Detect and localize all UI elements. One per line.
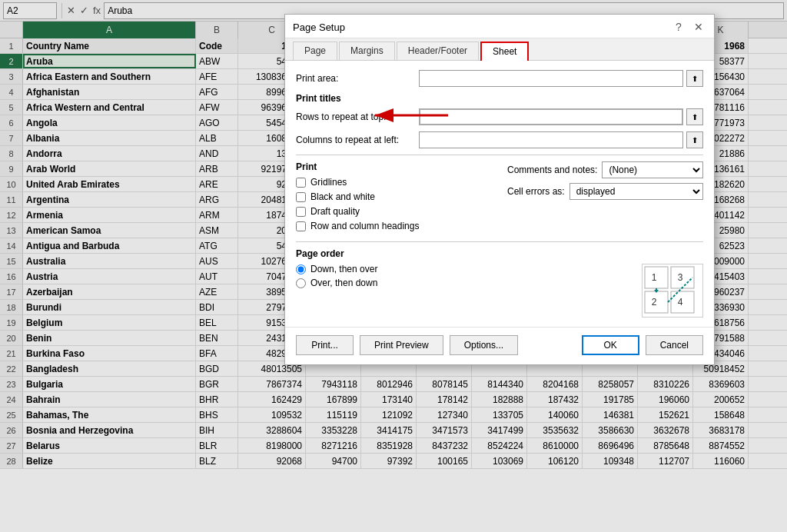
dialog-title: Page Setup	[293, 22, 345, 33]
draft-quality-label: Draft quality	[310, 206, 360, 217]
page-order-radios: Down, then over Over, then down	[296, 264, 629, 291]
close-button[interactable]: ✕	[691, 19, 706, 35]
footer-left: Print... Print Preview Options...	[296, 335, 518, 355]
over-then-down-radio[interactable]	[296, 278, 306, 288]
print-area-label: Print area:	[296, 73, 419, 84]
dialog-title-bar: Page Setup ? ✕	[285, 15, 714, 38]
svg-text:1: 1	[652, 272, 657, 283]
page-order-diagram: 1 3 2 4	[642, 264, 703, 318]
rows-repeat-row: Rows to repeat at top: ⬆	[296, 108, 703, 125]
print-selects: Comments and notes: (None) Cell errors a…	[507, 161, 703, 235]
page-order-svg: 1 3 2 4	[643, 265, 702, 316]
comments-select[interactable]: (None)	[602, 161, 703, 178]
rows-repeat-input-wrap: ⬆	[419, 108, 703, 125]
row-col-headings-label: Row and column headings	[310, 221, 419, 231]
over-then-down-row: Over, then down	[296, 278, 629, 288]
print-area-collapse-btn[interactable]: ⬆	[686, 70, 703, 87]
tab-margins[interactable]: Margins	[339, 42, 395, 60]
options-button[interactable]: Options...	[450, 335, 518, 355]
section-divider-order	[296, 241, 703, 242]
page-order-title: Page order	[296, 248, 703, 259]
comments-row: Comments and notes: (None)	[507, 161, 703, 178]
print-section-title: Print	[296, 161, 492, 172]
rows-repeat-collapse-btn[interactable]: ⬆	[686, 108, 703, 125]
cancel-button[interactable]: Cancel	[646, 335, 703, 355]
cols-repeat-input[interactable]	[419, 131, 683, 148]
draft-quality-row: Draft quality	[296, 206, 492, 217]
section-divider-print	[296, 155, 703, 155]
gridlines-checkbox[interactable]	[296, 178, 306, 188]
footer-right: OK Cancel	[582, 335, 703, 355]
help-button[interactable]: ?	[671, 19, 686, 35]
print-area-row: Print area: ⬆	[296, 70, 703, 87]
black-white-checkbox[interactable]	[296, 192, 306, 202]
print-titles-label: Print titles	[296, 93, 703, 104]
over-then-down-label: Over, then down	[310, 278, 377, 288]
cols-repeat-row: Columns to repeat at left: ⬆	[296, 131, 703, 148]
page-setup-dialog: Page Setup ? ✕ Page Margins Header/Foote…	[284, 14, 715, 365]
tab-header-footer[interactable]: Header/Footer	[397, 42, 479, 60]
print-checkboxes: Print Gridlines Black and white Draft qu…	[296, 161, 492, 235]
gridlines-label: Gridlines	[310, 177, 347, 188]
tab-sheet[interactable]: Sheet	[480, 42, 529, 61]
cols-repeat-label: Columns to repeat at left:	[296, 135, 419, 145]
errors-label: Cell errors as:	[507, 186, 565, 197]
row-col-headings-checkbox[interactable]	[296, 221, 306, 231]
rows-repeat-input[interactable]	[419, 108, 683, 125]
svg-text:2: 2	[652, 297, 657, 308]
down-then-over-row: Down, then over	[296, 264, 629, 274]
draft-quality-checkbox[interactable]	[296, 207, 306, 217]
print-area-input-wrap: ⬆	[419, 70, 703, 87]
dialog-tabs: Page Margins Header/Footer Sheet	[285, 38, 714, 61]
errors-row: Cell errors as: displayed	[507, 183, 703, 200]
svg-text:3: 3	[678, 272, 683, 283]
dialog-body: Print area: ⬆ Print titles Rows to repea…	[285, 61, 714, 327]
cols-repeat-input-wrap: ⬆	[419, 131, 703, 148]
ok-button[interactable]: OK	[582, 335, 639, 355]
tab-page[interactable]: Page	[293, 42, 337, 60]
down-then-over-label: Down, then over	[310, 264, 377, 274]
print-button[interactable]: Print...	[296, 335, 354, 355]
comments-label: Comments and notes:	[507, 165, 597, 175]
page-order-content: Down, then over Over, then down	[296, 264, 703, 318]
print-options-area: Print Gridlines Black and white Draft qu…	[296, 161, 703, 235]
svg-text:4: 4	[678, 297, 683, 308]
dialog-title-icons: ? ✕	[671, 19, 706, 35]
red-arrow-annotation	[367, 105, 452, 126]
gridlines-row: Gridlines	[296, 177, 492, 188]
black-white-row: Black and white	[296, 191, 492, 202]
row-col-headings-row: Row and column headings	[296, 221, 492, 231]
print-preview-button[interactable]: Print Preview	[360, 335, 443, 355]
black-white-label: Black and white	[310, 191, 375, 202]
dialog-footer: Print... Print Preview Options... OK Can…	[285, 327, 714, 364]
print-area-input[interactable]	[419, 70, 683, 87]
down-then-over-radio[interactable]	[296, 264, 306, 274]
page-order-area: Page order Down, then over Over, then do…	[296, 248, 703, 318]
cols-repeat-collapse-btn[interactable]: ⬆	[686, 131, 703, 148]
errors-select[interactable]: displayed	[569, 183, 703, 200]
